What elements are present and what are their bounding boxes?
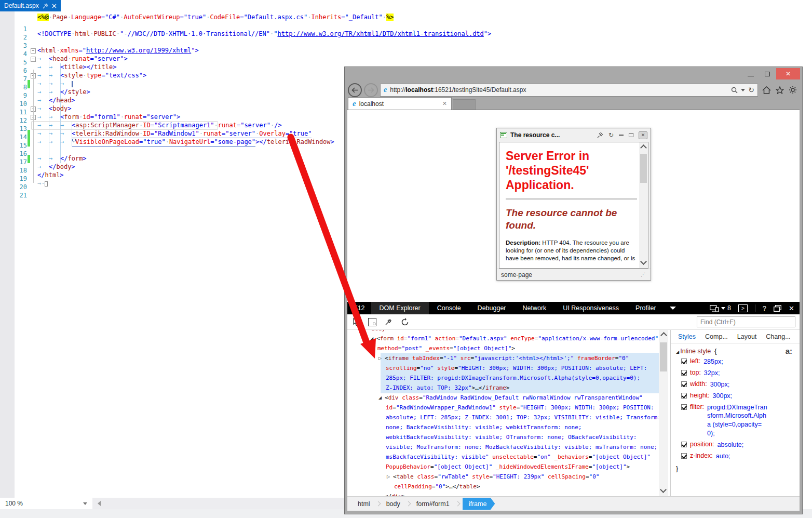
dom-tree-row[interactable]: </div> — [385, 492, 405, 496]
dom-tree-row[interactable]: id="RadWindowWrapper_RadWindow1" style="… — [386, 403, 654, 413]
code-line[interactable]: </html> — [37, 171, 64, 180]
breadcrumb-item-body[interactable]: body — [381, 500, 405, 508]
devtools-tab-dom-explorer[interactable]: DOM Explorer — [371, 302, 429, 314]
code-line[interactable]: →· — [37, 180, 48, 188]
code-line[interactable]: <%@·Page·Language="C#"·AutoEventWireup="… — [37, 14, 394, 22]
expand-arrow-icon[interactable]: ▷ — [377, 353, 383, 363]
close-icon[interactable] — [52, 4, 57, 8]
collapse-arrow-icon[interactable]: ◢ — [369, 334, 374, 343]
dialog-title-bar[interactable]: The resource c... ↻ ✕ — [497, 128, 651, 142]
reload-icon[interactable]: ↻ — [608, 132, 614, 138]
scroll-up-icon[interactable] — [660, 332, 667, 339]
search-dropdown-icon[interactable] — [741, 89, 745, 91]
property-name[interactable]: height: — [690, 392, 710, 399]
close-button[interactable]: ✕ — [776, 68, 800, 79]
dom-tree-row[interactable]: <form id="form1" action="Default.aspx" e… — [376, 334, 658, 343]
property-name[interactable]: position: — [690, 441, 714, 448]
breakpoint-margin[interactable] — [0, 11, 15, 498]
dialog-scrollbar[interactable] — [639, 142, 648, 268]
device-emulation-button[interactable]: 8 — [710, 304, 731, 312]
resize-grip[interactable]: ⋰ — [641, 272, 646, 277]
breadcrumb-item-form-form1[interactable]: form#form1 — [411, 500, 455, 508]
maximize-icon[interactable] — [629, 133, 633, 137]
property-enabled-checkbox[interactable] — [681, 453, 687, 459]
code-line[interactable]: →→<title></title> — [37, 63, 116, 72]
dom-tree-row[interactable]: absolute; LEFT: 285px; Z-INDEX: 3001; TO… — [386, 413, 659, 422]
back-button[interactable] — [348, 83, 362, 97]
property-value[interactable]: auto; — [716, 452, 777, 461]
scroll-left-icon[interactable] — [98, 501, 101, 506]
gear-icon[interactable] — [789, 86, 797, 94]
dom-tree-row[interactable]: <div class="RadWindow RadWindow_Default … — [385, 393, 643, 403]
devtools-close-button[interactable]: ✕ — [789, 304, 794, 312]
favorites-star-icon[interactable] — [776, 86, 784, 94]
dom-tree-row[interactable]: visible; MozTransform: none; MozBackface… — [386, 442, 657, 452]
code-line[interactable]: →<body> — [37, 105, 71, 113]
code-line[interactable]: →→→<asp:ScriptManager·ID="Scriptmanager1… — [37, 122, 282, 130]
dom-tree-row[interactable]: cellPadding="0">…</table> — [394, 482, 480, 492]
dom-tree-row[interactable]: <iframe tabIndex="-1" src="javascript:'<… — [385, 353, 629, 363]
styles-pane-tab-layout[interactable]: Layout — [737, 333, 757, 340]
breadcrumb-item-iframe[interactable]: iframe — [463, 498, 495, 510]
property-value[interactable]: 300px; — [710, 380, 772, 389]
code-line[interactable]: <html·xmlns="http://www.w3.org/1999/xhtm… — [37, 47, 199, 55]
scroll-down-icon[interactable] — [660, 486, 667, 493]
expand-arrow-icon[interactable]: ▷ — [386, 472, 391, 482]
search-icon[interactable] — [731, 87, 738, 94]
styles-pane-tab-comp[interactable]: Comp... — [705, 333, 728, 340]
property-value[interactable]: 285px; — [703, 357, 765, 366]
property-enabled-checkbox[interactable] — [681, 358, 687, 364]
devtools-tab-ui-responsiveness[interactable]: UI Responsiveness — [554, 302, 627, 314]
horizontal-scrollbar[interactable] — [92, 498, 344, 509]
collapse-arrow-icon[interactable]: ◢ — [377, 393, 383, 403]
select-element-icon[interactable] — [353, 318, 360, 326]
property-name[interactable]: z-index: — [690, 452, 713, 459]
dom-tree-row[interactable]: webkitBackfaceVisibility: visible; OTran… — [386, 432, 637, 442]
styles-pane-tab-styles[interactable]: Styles — [678, 333, 696, 340]
maximize-button[interactable] — [760, 68, 775, 79]
pin-icon[interactable] — [597, 132, 603, 138]
dom-tree[interactable]: ◢<body>◢<form id="form1" action="Default… — [347, 330, 659, 496]
minimize-button[interactable] — [743, 68, 759, 79]
property-value[interactable]: 300px; — [713, 392, 774, 401]
code-line[interactable]: →→→ — [37, 80, 73, 88]
code-line[interactable]: →</head> — [37, 97, 75, 105]
refresh-icon[interactable]: ↻ — [748, 86, 754, 94]
dom-tree-scrollbar[interactable] — [659, 330, 668, 496]
dom-tree-row[interactable]: <table class="rwTable" style="HEIGHT: 23… — [393, 472, 599, 482]
color-picker-icon[interactable] — [385, 318, 393, 326]
font-size-icon[interactable]: a: — [786, 347, 792, 355]
property-value[interactable]: 32px; — [704, 369, 765, 378]
property-value[interactable]: absolute; — [718, 441, 779, 449]
code-line[interactable]: →→</style> — [37, 88, 90, 97]
scrollbar-thumb[interactable] — [660, 342, 667, 371]
devtools-tab-profiler[interactable]: Profiler — [627, 302, 665, 314]
property-name[interactable]: top: — [690, 369, 701, 376]
property-enabled-checkbox[interactable] — [681, 404, 687, 410]
tab-close-icon[interactable]: ✕ — [442, 100, 447, 107]
dom-tree-row[interactable]: scrolling="no" style="HEIGHT: 300px; WID… — [386, 363, 647, 373]
code-line[interactable]: →→→<telerik:RadWindow·ID="RadWindow1"·ru… — [37, 130, 312, 138]
style-rule-header[interactable]: ◢Inline style { — [676, 348, 795, 355]
property-name[interactable]: left: — [690, 357, 700, 365]
dom-tree-row[interactable]: method="post" _events="[object Object]"> — [377, 343, 515, 353]
property-name[interactable]: filter: — [690, 403, 704, 410]
dom-tree-row[interactable]: PopupBehavior="[object Object]" _hideWin… — [386, 462, 630, 472]
property-enabled-checkbox[interactable] — [681, 393, 687, 399]
devtools-tab-network[interactable]: Network — [515, 302, 555, 314]
new-tab-button[interactable] — [453, 99, 476, 110]
property-name[interactable]: width: — [690, 380, 707, 388]
editor-tab-default-aspx[interactable]: Default.aspx — [0, 0, 61, 11]
code-line[interactable]: →→</form> — [37, 155, 87, 163]
property-enabled-checkbox[interactable] — [681, 370, 687, 376]
more-tabs-chevron-icon[interactable] — [670, 307, 676, 310]
minimize-icon[interactable] — [619, 135, 624, 136]
code-line[interactable]: <!DOCTYPE·html·PUBLIC·"-//W3C//DTD·XHTML… — [37, 30, 491, 38]
devtools-tab-debugger[interactable]: Debugger — [469, 302, 515, 314]
code-line[interactable]: →→<form·id="form1"·runat="server"> — [37, 113, 180, 122]
styles-pane-tab-chang[interactable]: Chang... — [766, 333, 790, 340]
console-button[interactable]: > — [738, 304, 748, 312]
dom-tree-row[interactable]: msBackfaceVisibility: visible" unselecta… — [386, 452, 651, 462]
dom-tree-row[interactable]: 285px; FILTER: progid:DXImageTransform.M… — [386, 373, 640, 383]
fold-toggle[interactable]: − — [31, 57, 36, 62]
